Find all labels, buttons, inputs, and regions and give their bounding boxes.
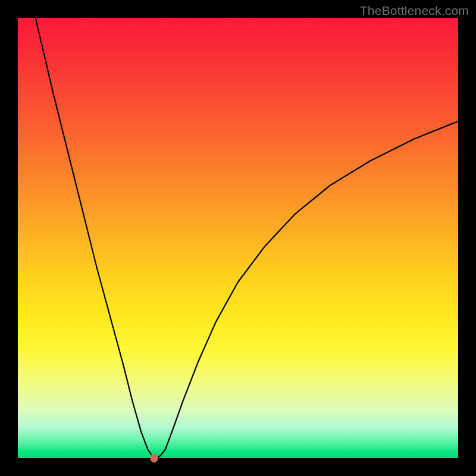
optimum-marker — [151, 454, 158, 463]
watermark-text: TheBottleneck.com — [360, 4, 469, 18]
chart-frame: TheBottleneck.com — [0, 0, 476, 476]
plot-area — [18, 18, 458, 458]
bottleneck-curve — [18, 18, 458, 458]
